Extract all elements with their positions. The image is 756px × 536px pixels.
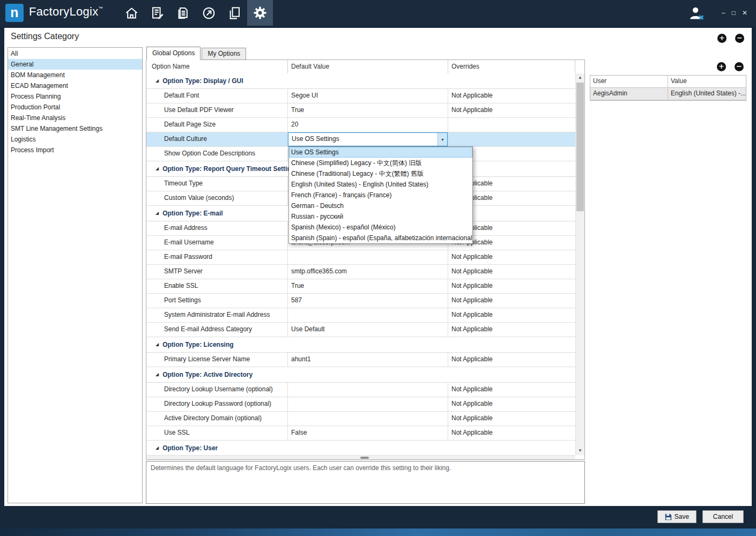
option-value-cell[interactable]: Segoe UI [288,89,448,103]
circle-arrow-icon [202,6,216,20]
sidebar-item-smt-line-management-settings[interactable]: SMT Line Management Settings [8,123,142,134]
option-value-cell[interactable] [288,412,448,426]
dropdown-option-8[interactable]: Spanish (Spain) - español (España, alfab… [289,233,472,243]
section-label: Option Type: User [162,444,218,452]
option-row-default-font[interactable]: Default FontSegoe UINot Applicable [146,89,575,103]
nav-settings-button[interactable] [247,0,273,26]
option-value-cell[interactable] [288,397,448,411]
option-row-e-mail-password[interactable]: E-mail PasswordNot Applicable [146,250,575,265]
option-row-send-e-mail-address-category[interactable]: Send E-mail Address CategoryUse DefaultN… [146,323,575,337]
dropdown-option-1[interactable]: Chinese (Simplified) Legacy - 中文(简体) 旧版 [289,158,472,168]
override-row-aegisadmin[interactable]: AegisAdminEnglish (United States) -... [590,88,746,100]
save-button[interactable]: Save [657,510,696,523]
option-row-use-default-pdf-viewer[interactable]: Use Default PDF ViewerTrueNot Applicable [146,103,575,118]
column-header-filler [575,60,584,73]
option-value-cell[interactable] [288,383,448,397]
option-value-cell[interactable]: Use Default [288,323,448,337]
dropdown-option-5[interactable]: German - Deutsch [289,200,472,211]
option-value-cell[interactable]: Use OS Settings▼ [288,132,448,146]
option-row-enable-ssl[interactable]: Enable SSLTrueNot Applicable [146,279,575,294]
column-header-value[interactable]: Value [668,76,746,87]
option-row-directory-lookup-password-optional[interactable]: Directory Lookup Password (optional)Not … [146,397,575,412]
dropdown-option-4[interactable]: French (France) - français (France) [289,190,472,200]
sidebar-item-production-portal[interactable]: Production Portal [8,102,142,113]
section-expand-icon[interactable]: ◢ [155,211,159,215]
option-value-cell[interactable]: True [288,103,448,117]
sidebar-item-logistics[interactable]: Logistics [8,134,142,145]
option-row-active-directory-domain-optional[interactable]: Active Directory Domain (optional)Not Ap… [146,412,575,426]
section-expand-icon[interactable]: ◢ [155,79,159,83]
nav-circle-arrow-button[interactable] [196,0,221,26]
scroll-down-icon[interactable]: ▼ [576,446,584,455]
sidebar-item-real-time-analysis[interactable]: Real-Time Analysis [8,113,142,123]
option-value-cell[interactable]: True [288,279,448,293]
vertical-scrollbar[interactable]: ▲ ▼ [575,73,584,455]
option-row-default-culture[interactable]: Default CultureUse OS Settings▼ [146,132,575,147]
sidebar-item-general[interactable]: General [8,59,142,70]
option-row-smtp-server[interactable]: SMTP Serversmtp.office365.comNot Applica… [146,265,575,279]
tab-global-options[interactable]: Global Options [146,47,201,60]
user-account-button[interactable] [688,5,705,22]
section-row-option-type-display-gui[interactable]: ◢Option Type: Display / GUI [146,73,575,89]
option-row-default-page-size[interactable]: Default Page Size20 [146,118,575,132]
nav-home-button[interactable] [118,0,144,26]
option-row-primary-license-server-name[interactable]: Primary License Server Nameahunt1Not App… [146,353,575,367]
close-button[interactable]: ✕ [742,9,747,17]
column-header-default-value[interactable]: Default Value [288,60,448,73]
option-row-port-settings[interactable]: Port Settings587Not Applicable [146,294,575,308]
culture-combobox[interactable]: Use OS Settings▼ [288,132,448,146]
remove-override-button[interactable]: − [735,62,744,71]
section-expand-icon[interactable]: ◢ [155,446,159,450]
section-expand-icon[interactable]: ◢ [155,167,159,171]
dropdown-option-2[interactable]: Chinese (Traditional) Legacy - 中文(繁體) 舊版 [289,168,472,179]
add-option-button[interactable]: + [717,34,727,43]
cancel-button[interactable]: Cancel [702,510,744,523]
nav-documents-stack-button[interactable] [170,0,196,26]
option-value-cell[interactable]: smtp.office365.com [288,265,448,279]
sidebar-item-process-planning[interactable]: Process Planning [8,91,142,102]
column-header-option-name[interactable]: Option Name [146,60,288,73]
option-value-cell[interactable]: 587 [288,294,448,308]
option-value-cell[interactable]: 20 [288,118,448,132]
option-overrides-cell: Not Applicable [448,250,575,264]
column-header-user[interactable]: User [590,76,668,87]
option-row-use-ssl[interactable]: Use SSLFalseNot Applicable [146,426,575,441]
sidebar-item-process-import[interactable]: Process Import [8,145,142,155]
sidebar-item-bom-management[interactable]: BOM Management [8,70,142,80]
section-row-option-type-licensing[interactable]: ◢Option Type: Licensing [146,337,575,353]
sidebar-item-ecad-management[interactable]: ECAD Management [8,80,142,91]
dropdown-option-7[interactable]: Spanish (Mexico) - español (México) [289,222,472,233]
combobox-dropdown-button[interactable]: ▼ [438,133,447,146]
section-expand-icon[interactable]: ◢ [155,373,159,377]
nav-list-edit-button[interactable] [144,0,170,26]
sidebar-item-all[interactable]: All [8,48,142,59]
section-row-option-type-active-directory[interactable]: ◢Option Type: Active Directory [146,367,575,383]
dropdown-option-3[interactable]: English (United States) - English (Unite… [289,179,472,190]
scroll-up-icon[interactable]: ▲ [576,73,584,82]
option-value-cell[interactable]: False [288,426,448,440]
option-value-cell[interactable] [288,308,448,322]
column-header-overrides[interactable]: Overrides [448,60,575,73]
section-row-option-type-user[interactable]: ◢Option Type: User [146,441,575,456]
minimize-button[interactable]: – [722,9,725,17]
dropdown-option-0[interactable]: Use OS Settings [289,147,472,158]
maximize-button[interactable]: □ [732,9,736,17]
tab-my-options[interactable]: My Options [202,48,246,60]
dropdown-option-6[interactable]: Russian - русский [289,211,472,222]
horizontal-scrollbar[interactable] [146,455,575,459]
option-row-system-administrator-e-mail-address[interactable]: System Administrator E-mail AddressNot A… [146,308,575,323]
page-title: Settings Category [11,32,79,41]
remove-option-button[interactable]: − [735,34,744,43]
horizontal-scrollbar-thumb[interactable] [360,457,369,459]
option-overrides-cell [448,118,575,132]
nav-document-copy-button[interactable] [221,0,247,26]
cancel-button-label: Cancel [713,513,733,520]
option-value-cell[interactable] [288,250,448,264]
option-row-directory-lookup-username-optional[interactable]: Directory Lookup Username (optional)Not … [146,383,575,397]
option-value-cell[interactable]: ahunt1 [288,353,448,367]
override-user-cell: AegisAdmin [590,88,668,100]
section-expand-icon[interactable]: ◢ [155,343,159,347]
add-override-button[interactable]: + [717,62,726,71]
vertical-scrollbar-thumb[interactable] [576,83,584,211]
option-name-cell: SMTP Server [146,265,288,279]
